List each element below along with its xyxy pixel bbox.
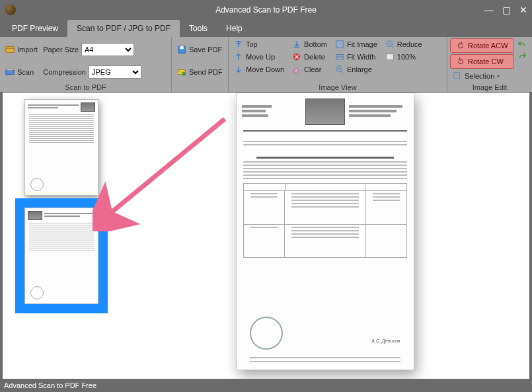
zoom-in-icon xyxy=(335,65,344,74)
compression-row: Compression JPEG xyxy=(43,65,141,79)
thumbnail-panel[interactable] xyxy=(3,93,120,379)
up-icon xyxy=(234,52,243,61)
selection-button[interactable]: Selection ▾ xyxy=(450,70,514,82)
svg-rect-14 xyxy=(454,73,460,79)
zoom-100-button[interactable]: 100% xyxy=(383,51,425,63)
enlarge-button[interactable]: Enlarge xyxy=(332,63,380,75)
zoom-out-icon xyxy=(385,40,395,49)
selection-icon xyxy=(453,71,462,81)
minimize-button[interactable]: — xyxy=(480,3,498,17)
svg-rect-2 xyxy=(7,69,13,71)
paper-size-select[interactable]: A4 xyxy=(81,43,134,56)
tab-help[interactable]: Help xyxy=(217,20,252,37)
workspace: А.С. Денисов xyxy=(3,93,529,379)
close-button[interactable]: ✕ xyxy=(515,3,532,17)
move-up-button[interactable]: Move Up xyxy=(231,51,287,63)
top-button[interactable]: Top xyxy=(231,38,287,50)
scanner-icon xyxy=(5,67,15,77)
tab-pdf-preview[interactable]: PDF Preview xyxy=(3,20,67,37)
scan-label: Scan xyxy=(17,68,34,76)
delete-icon xyxy=(292,52,301,61)
svg-rect-9 xyxy=(338,42,341,46)
title-bar: Advanced Scan to PDF Free — ▢ ✕ xyxy=(0,0,532,20)
group-save-send: Save PDF Send PDF xyxy=(172,37,229,92)
send-icon xyxy=(177,67,186,77)
window-controls: — ▢ ✕ xyxy=(480,3,532,17)
app-icon xyxy=(5,5,16,15)
group-image-edit: Rotate ACW Rotate CW Selection ▾ Image E… xyxy=(447,37,532,92)
maximize-button[interactable]: ▢ xyxy=(498,3,515,17)
save-icon xyxy=(177,45,186,54)
send-pdf-button[interactable]: Send PDF xyxy=(174,66,225,78)
ribbon: Import Scan Paper Size A4 Compression JP… xyxy=(0,37,532,93)
group-scan-to-pdf: Import Scan Paper Size A4 Compression JP… xyxy=(0,37,172,92)
rotate-acw-button[interactable]: Rotate ACW xyxy=(450,38,514,53)
ribbon-tabs: PDF Preview Scan to PDF / JPG to PDF Too… xyxy=(0,20,532,37)
save-pdf-button[interactable]: Save PDF xyxy=(174,44,225,56)
group-label-image-view: Image View xyxy=(231,83,444,92)
import-label: Import xyxy=(17,46,38,54)
scan-button[interactable]: Scan xyxy=(3,66,40,78)
rotate-cw-icon xyxy=(456,57,465,66)
import-icon xyxy=(5,45,15,54)
document-preview: А.С. Денисов xyxy=(236,93,414,370)
move-down-button[interactable]: Move Down xyxy=(231,63,287,75)
fit-image-button[interactable]: Fit Image xyxy=(332,38,380,50)
preview-panel[interactable]: А.С. Денисов xyxy=(120,93,529,379)
top-icon xyxy=(234,40,243,49)
thumbnail-page-1[interactable] xyxy=(24,99,98,196)
fit-image-icon xyxy=(335,40,344,49)
tab-tools[interactable]: Tools xyxy=(180,20,217,37)
clear-icon xyxy=(292,65,301,74)
window-title: Advanced Scan to PDF Free xyxy=(215,5,317,15)
compression-label: Compression xyxy=(43,68,86,76)
paper-size-label: Paper Size xyxy=(43,46,79,54)
import-button[interactable]: Import xyxy=(3,44,40,56)
status-bar: Advanced Scan to PDF Free xyxy=(0,379,532,392)
clear-button[interactable]: Clear xyxy=(289,63,330,75)
svg-point-6 xyxy=(182,72,186,75)
zoom-100-icon xyxy=(385,52,395,61)
group-label-image-edit: Image Edit xyxy=(450,83,529,92)
paper-size-row: Paper Size A4 xyxy=(43,43,141,56)
rotate-cw-button[interactable]: Rotate CW xyxy=(450,54,514,69)
svg-rect-13 xyxy=(387,54,394,60)
group-image-view: Top Move Up Move Down Bottom Delete Clea… xyxy=(229,37,447,92)
svg-rect-4 xyxy=(180,46,183,49)
bottom-icon xyxy=(292,40,301,49)
redo-icon[interactable] xyxy=(517,52,527,62)
thumbnail-page-2[interactable] xyxy=(24,208,98,304)
save-pdf-label: Save PDF xyxy=(189,46,222,54)
tab-scan-to-pdf[interactable]: Scan to PDF / JPG to PDF xyxy=(67,20,180,37)
svg-rect-1 xyxy=(6,71,14,75)
fit-width-icon xyxy=(335,52,344,61)
compression-select[interactable]: JPEG xyxy=(89,65,141,79)
status-text: Advanced Scan to PDF Free xyxy=(4,381,96,389)
delete-button[interactable]: Delete xyxy=(289,51,330,63)
send-pdf-label: Send PDF xyxy=(189,68,223,76)
chevron-down-icon: ▾ xyxy=(497,73,500,79)
group-label-scan: Scan to PDF xyxy=(3,83,169,92)
bottom-button[interactable]: Bottom xyxy=(289,38,330,50)
fit-width-button[interactable]: Fit Width xyxy=(332,51,380,63)
down-icon xyxy=(234,65,243,74)
rotate-acw-icon xyxy=(456,41,465,50)
undo-icon[interactable] xyxy=(517,40,527,50)
reduce-button[interactable]: Reduce xyxy=(383,38,425,50)
svg-rect-0 xyxy=(6,46,14,52)
